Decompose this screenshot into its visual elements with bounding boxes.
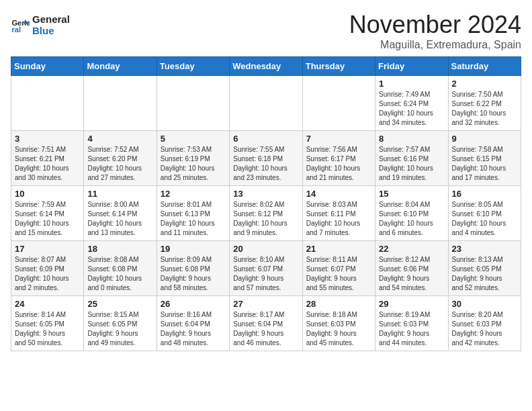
day-number: 26 xyxy=(161,299,226,309)
calendar-cell: 8Sunrise: 7:57 AM Sunset: 6:16 PM Daylig… xyxy=(375,131,448,186)
day-number: 20 xyxy=(233,244,298,254)
header: Gene ral General Blue November 2024 Magu… xyxy=(11,11,521,51)
calendar-cell: 13Sunrise: 8:02 AM Sunset: 6:12 PM Dayli… xyxy=(230,186,302,241)
calendar-cell: 25Sunrise: 8:15 AM Sunset: 6:05 PM Dayli… xyxy=(84,296,157,351)
weekday-header: Sunday xyxy=(11,57,84,76)
calendar-week-row: 10Sunrise: 7:59 AM Sunset: 6:14 PM Dayli… xyxy=(11,186,521,241)
day-info: Sunrise: 7:51 AM Sunset: 6:21 PM Dayligh… xyxy=(15,145,80,183)
day-info: Sunrise: 8:09 AM Sunset: 6:08 PM Dayligh… xyxy=(161,255,226,293)
weekday-header: Friday xyxy=(375,57,448,76)
weekday-header: Thursday xyxy=(302,57,375,76)
weekday-header: Saturday xyxy=(448,57,521,76)
day-info: Sunrise: 7:52 AM Sunset: 6:20 PM Dayligh… xyxy=(87,145,152,183)
day-info: Sunrise: 8:08 AM Sunset: 6:08 PM Dayligh… xyxy=(87,255,152,293)
day-number: 15 xyxy=(379,189,444,199)
day-info: Sunrise: 7:56 AM Sunset: 6:17 PM Dayligh… xyxy=(306,145,371,183)
day-number: 21 xyxy=(306,244,371,254)
calendar-cell: 16Sunrise: 8:05 AM Sunset: 6:10 PM Dayli… xyxy=(448,186,521,241)
day-number: 29 xyxy=(379,299,444,309)
day-number: 16 xyxy=(452,189,517,199)
calendar: SundayMondayTuesdayWednesdayThursdayFrid… xyxy=(11,56,521,351)
day-number: 2 xyxy=(452,79,517,89)
day-number: 17 xyxy=(15,244,80,254)
svg-rect-3 xyxy=(24,22,29,24)
day-info: Sunrise: 7:50 AM Sunset: 6:22 PM Dayligh… xyxy=(452,90,517,128)
day-number: 5 xyxy=(161,134,226,144)
day-info: Sunrise: 7:59 AM Sunset: 6:14 PM Dayligh… xyxy=(15,200,80,238)
day-info: Sunrise: 8:13 AM Sunset: 6:05 PM Dayligh… xyxy=(452,255,517,293)
weekday-header-row: SundayMondayTuesdayWednesdayThursdayFrid… xyxy=(11,57,521,76)
calendar-cell: 2Sunrise: 7:50 AM Sunset: 6:22 PM Daylig… xyxy=(448,76,521,131)
day-info: Sunrise: 8:11 AM Sunset: 6:07 PM Dayligh… xyxy=(306,255,371,293)
calendar-cell: 4Sunrise: 7:52 AM Sunset: 6:20 PM Daylig… xyxy=(84,131,157,186)
calendar-cell: 21Sunrise: 8:11 AM Sunset: 6:07 PM Dayli… xyxy=(302,241,375,296)
calendar-week-row: 17Sunrise: 8:07 AM Sunset: 6:09 PM Dayli… xyxy=(11,241,521,296)
day-number: 25 xyxy=(87,299,152,309)
day-number: 1 xyxy=(379,79,444,89)
day-info: Sunrise: 8:14 AM Sunset: 6:05 PM Dayligh… xyxy=(15,310,80,348)
calendar-cell xyxy=(11,76,84,131)
weekday-header: Wednesday xyxy=(230,57,302,76)
calendar-cell xyxy=(230,76,302,131)
calendar-cell: 9Sunrise: 7:58 AM Sunset: 6:15 PM Daylig… xyxy=(448,131,521,186)
day-number: 19 xyxy=(161,244,226,254)
calendar-cell: 17Sunrise: 8:07 AM Sunset: 6:09 PM Dayli… xyxy=(11,241,84,296)
calendar-week-row: 1Sunrise: 7:49 AM Sunset: 6:24 PM Daylig… xyxy=(11,76,521,131)
calendar-cell: 23Sunrise: 8:13 AM Sunset: 6:05 PM Dayli… xyxy=(448,241,521,296)
calendar-cell: 6Sunrise: 7:55 AM Sunset: 6:18 PM Daylig… xyxy=(230,131,302,186)
calendar-cell xyxy=(302,76,375,131)
calendar-cell: 7Sunrise: 7:56 AM Sunset: 6:17 PM Daylig… xyxy=(302,131,375,186)
calendar-cell: 27Sunrise: 8:17 AM Sunset: 6:04 PM Dayli… xyxy=(230,296,302,351)
calendar-cell: 26Sunrise: 8:16 AM Sunset: 6:04 PM Dayli… xyxy=(157,296,229,351)
day-number: 12 xyxy=(161,189,226,199)
calendar-cell: 22Sunrise: 8:12 AM Sunset: 6:06 PM Dayli… xyxy=(375,241,448,296)
day-info: Sunrise: 8:00 AM Sunset: 6:14 PM Dayligh… xyxy=(87,200,152,238)
day-number: 27 xyxy=(233,299,298,309)
logo-line1: General xyxy=(32,13,70,25)
day-info: Sunrise: 7:57 AM Sunset: 6:16 PM Dayligh… xyxy=(379,145,444,183)
calendar-week-row: 3Sunrise: 7:51 AM Sunset: 6:21 PM Daylig… xyxy=(11,131,521,186)
day-number: 18 xyxy=(87,244,152,254)
day-info: Sunrise: 8:05 AM Sunset: 6:10 PM Dayligh… xyxy=(452,200,517,238)
logo-icon: Gene ral xyxy=(11,15,30,34)
calendar-cell: 3Sunrise: 7:51 AM Sunset: 6:21 PM Daylig… xyxy=(11,131,84,186)
day-info: Sunrise: 8:18 AM Sunset: 6:03 PM Dayligh… xyxy=(306,310,371,348)
day-number: 24 xyxy=(15,299,80,309)
day-info: Sunrise: 8:19 AM Sunset: 6:03 PM Dayligh… xyxy=(379,310,444,348)
calendar-cell: 1Sunrise: 7:49 AM Sunset: 6:24 PM Daylig… xyxy=(375,76,448,131)
day-info: Sunrise: 7:58 AM Sunset: 6:15 PM Dayligh… xyxy=(452,145,517,183)
day-info: Sunrise: 7:49 AM Sunset: 6:24 PM Dayligh… xyxy=(379,90,444,128)
calendar-cell: 18Sunrise: 8:08 AM Sunset: 6:08 PM Dayli… xyxy=(84,241,157,296)
day-info: Sunrise: 8:20 AM Sunset: 6:03 PM Dayligh… xyxy=(452,310,517,348)
day-number: 28 xyxy=(306,299,371,309)
calendar-cell: 5Sunrise: 7:53 AM Sunset: 6:19 PM Daylig… xyxy=(157,131,229,186)
weekday-header: Monday xyxy=(84,57,157,76)
day-number: 9 xyxy=(452,134,517,144)
day-number: 6 xyxy=(233,134,298,144)
location-title: Maguilla, Extremadura, Spain xyxy=(349,39,521,51)
calendar-cell: 20Sunrise: 8:10 AM Sunset: 6:07 PM Dayli… xyxy=(230,241,302,296)
day-info: Sunrise: 8:17 AM Sunset: 6:04 PM Dayligh… xyxy=(233,310,298,348)
day-info: Sunrise: 7:55 AM Sunset: 6:18 PM Dayligh… xyxy=(233,145,298,183)
calendar-cell: 29Sunrise: 8:19 AM Sunset: 6:03 PM Dayli… xyxy=(375,296,448,351)
day-info: Sunrise: 8:01 AM Sunset: 6:13 PM Dayligh… xyxy=(161,200,226,238)
day-number: 14 xyxy=(306,189,371,199)
day-number: 10 xyxy=(15,189,80,199)
calendar-cell: 14Sunrise: 8:03 AM Sunset: 6:11 PM Dayli… xyxy=(302,186,375,241)
day-number: 4 xyxy=(87,134,152,144)
day-info: Sunrise: 8:07 AM Sunset: 6:09 PM Dayligh… xyxy=(15,255,80,293)
day-info: Sunrise: 8:03 AM Sunset: 6:11 PM Dayligh… xyxy=(306,200,371,238)
month-title: November 2024 xyxy=(349,11,521,39)
calendar-cell: 19Sunrise: 8:09 AM Sunset: 6:08 PM Dayli… xyxy=(157,241,229,296)
day-number: 22 xyxy=(379,244,444,254)
day-number: 11 xyxy=(87,189,152,199)
calendar-cell: 11Sunrise: 8:00 AM Sunset: 6:14 PM Dayli… xyxy=(84,186,157,241)
logo: Gene ral General Blue xyxy=(11,13,70,36)
day-number: 23 xyxy=(452,244,517,254)
day-info: Sunrise: 8:02 AM Sunset: 6:12 PM Dayligh… xyxy=(233,200,298,238)
day-number: 3 xyxy=(15,134,80,144)
day-info: Sunrise: 8:04 AM Sunset: 6:10 PM Dayligh… xyxy=(379,200,444,238)
day-info: Sunrise: 8:16 AM Sunset: 6:04 PM Dayligh… xyxy=(161,310,226,348)
day-number: 13 xyxy=(233,189,298,199)
logo-line2: Blue xyxy=(32,25,70,36)
